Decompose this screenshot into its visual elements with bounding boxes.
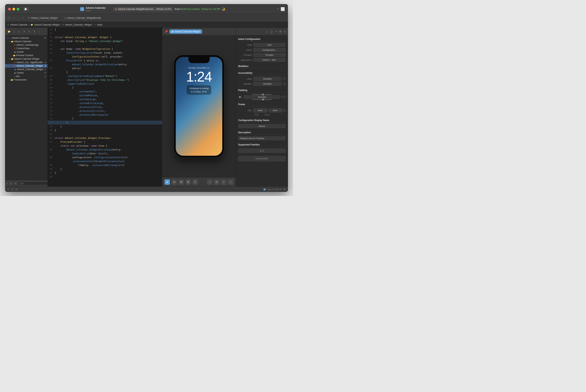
description-value[interactable]: Displays time to Christma: [238,136,286,140]
supported-families-title: Supported Families [238,143,286,147]
navigator-icon-5[interactable]: ⊙ [27,30,31,34]
accessibility-label-radio[interactable] [283,78,286,80]
minimize-button[interactable] [13,8,15,10]
zoom-out-button[interactable]: − [207,179,212,185]
tab-advent-calendar-widget[interactable]: S Advent_Calendar_Widget [26,14,60,22]
breadcrumb-widget[interactable]: Advent Calendar Widget [34,24,59,26]
sidebar-item-frameworks[interactable]: › 📁 Frameworks [5,78,48,82]
inspector-tab-3[interactable]: ? [275,30,277,33]
frame-height-plus[interactable]: + [279,109,281,112]
inspector-tab-2[interactable]: ◫ [270,30,273,33]
code-editor[interactable]: 56 } 57 58 struct Advent_Calendar_Widget… [48,28,162,186]
frame-height-value[interactable]: Inher [271,109,279,112]
status-ctrl-1[interactable]: ⊡ [11,188,14,191]
sidebar-item-advent-calendar[interactable]: ▾ 📁 Advent Calendar [5,40,48,43]
code-line-85: 85 (family: .accessoryRectangular)) [48,163,162,167]
sidebar-item-root[interactable]: ▾ ⬡ Advent Calendar M [5,36,48,40]
padding-plus-btn[interactable]: + [281,96,282,98]
sidebar-item-contentview[interactable]: S ContentView [5,47,48,50]
zoom-in-button[interactable]: + [221,179,226,185]
frame-radio[interactable] [283,109,286,112]
zoom-fit-button[interactable]: ↔ [228,179,233,185]
add-modifier-button[interactable]: Add Modifier [238,156,286,161]
frame-width-plus[interactable]: + [265,109,266,112]
frame-width-minus[interactable]: − [255,109,256,112]
tab-advent-calendar-widget-bundle[interactable]: S Advent_Calendar_WidgetBundle [62,14,103,22]
sidebar-item-widget-bundle[interactable]: S Advent_Cal...idgetBundle A [5,60,48,64]
accessibility-id-radio[interactable] [283,82,286,85]
code-line-67: 67 .supportedFamilies( [48,82,162,86]
preview-settings-button[interactable]: ⚙ [185,179,191,185]
intent-value[interactable]: Configuration... [253,48,286,52]
padding-slider-bottom-track[interactable] [252,99,272,100]
fullscreen-button[interactable] [17,8,19,10]
config-display-name-title: Configuration Display Name [238,119,286,122]
run-button[interactable] [23,7,29,11]
add-file-button[interactable]: + [7,182,8,185]
accessibility-label-value[interactable]: Inherited [253,77,281,81]
sidebar-ctrl-2[interactable]: ⊟ [14,182,17,185]
sidebar-item-app[interactable]: S Advent_CalendarApp [5,43,48,47]
arg4-value[interactable]: { entry in← Adv... [253,58,286,62]
sidebar-item-info[interactable]: ℹ Info A [5,74,48,78]
status-plus-button[interactable]: + [7,188,9,191]
kind-value[interactable]: kind [253,43,286,47]
sidebar-item-assets[interactable]: ◼ Assets [5,50,48,54]
close-button[interactable] [8,8,11,10]
navigator-icon-3[interactable]: ⚠ [17,30,21,34]
preview-info-button[interactable]: ℹ [192,179,198,185]
preview-fit-button[interactable]: ⊡ [172,179,177,185]
forward-nav-button[interactable]: › [23,16,24,20]
status-ctrl-2[interactable]: ⊟ [15,188,18,191]
breadcrumb-file[interactable]: Advent_Calendar_Widget [65,24,92,26]
titlebar: A Advent Calendar main ◆ Advent Calendar… [5,4,288,14]
scheme-selector[interactable]: ◆ Advent Calendar WidgetExtension › iPho… [113,7,173,11]
status-layout-btn[interactable]: ⊡ [284,188,286,191]
sidebar-item-widget-group[interactable]: ▾ 📁 Advent Calendar Widget [5,57,48,60]
padding-slider-left[interactable] [238,97,241,98]
frame-width-value[interactable]: Inher [257,109,264,112]
back-nav-button[interactable]: ‹ [20,16,21,20]
code-line-58: 58 struct Advent_Calendar_Widget: Widget… [48,36,162,39]
preview-live-button[interactable]: ● [165,179,170,185]
appearance-toggle[interactable]: 🌙 [222,7,226,11]
navigator-icon-2[interactable]: ⎅ [13,30,16,34]
padding-radio[interactable] [283,96,286,98]
sidebar-item-preview-content[interactable]: › 📁 Preview Content [5,54,48,57]
frame-height-minus[interactable]: − [270,109,271,112]
provider-value[interactable]: Provider [253,53,286,57]
breadcrumb-project[interactable]: Advent Calendar [10,24,28,26]
preview-pin-icon[interactable]: 📌 [165,30,168,33]
zoom-reset-button[interactable]: ⊙ [214,179,219,185]
filter-input[interactable] [18,182,48,185]
inspector-tab-4[interactable]: ⚙ [279,30,282,33]
supported-families-button[interactable]: [...] [238,148,286,153]
inspector-tab-5[interactable]: ≡ [284,30,286,33]
phone-notch [188,57,210,63]
padding-value[interactable]: Inherited [244,95,280,99]
preview-widget-button[interactable]: ▦ Advent Calendar Widget [169,30,202,34]
inspector-row-identifier: Identifier Inherited [238,82,286,86]
disclosure-preview: › [12,54,12,56]
frame-size-label: Size [238,109,252,112]
navigator-icon-6[interactable]: ☰ [32,30,37,34]
padding-minus-btn[interactable]: − [242,96,243,98]
code-line-73: 73 .accessoryInline, [48,105,162,109]
breadcrumb-folder-icon: 📁 [31,24,33,26]
inspector-tab-1[interactable]: □ [266,30,268,33]
config-display-name-value[interactable]: Advent [238,124,286,128]
breadcrumb-body[interactable]: body [97,24,102,26]
preview-grid-button[interactable]: ⊞ [179,179,184,185]
navigator-toggle[interactable]: ⬛ [7,16,11,20]
sidebar-item-widget-main[interactable]: S Advent_Calendar_Widget A [5,64,48,68]
add-tab-button[interactable]: + [277,7,279,11]
navigator-icon-4[interactable]: ✦ [22,30,26,34]
sidebar-item-widget-intent[interactable]: ◉ Advent_Calendar_Widget A [5,68,48,71]
sidebar-item-widget-assets[interactable]: ◼ Assets M [5,71,48,74]
navigator-icon-7[interactable]: ⌕ [38,30,41,34]
layout-toggle[interactable]: ⬜ [281,7,285,11]
accessibility-id-value[interactable]: Inherited [253,82,281,86]
padding-slider-top-track[interactable] [252,94,272,95]
navigator-icon-1[interactable]: 📁 [7,30,12,34]
sidebar-ctrl-1[interactable]: ⊡ [9,182,13,185]
